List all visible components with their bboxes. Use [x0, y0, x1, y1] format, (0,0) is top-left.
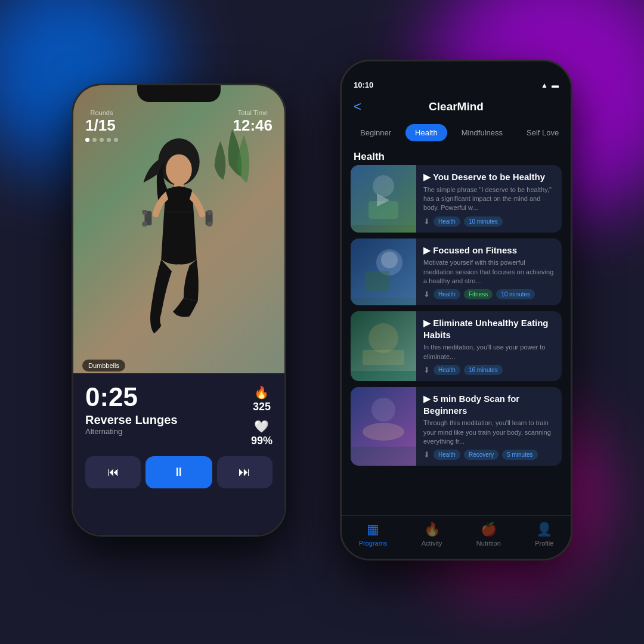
- tab-health[interactable]: Health: [405, 124, 447, 141]
- download-icon-3: ⬇: [423, 366, 430, 374]
- workout-background: Rounds 1/15 Total Time 12:46: [73, 85, 284, 377]
- activity-icon: 🔥: [424, 522, 440, 537]
- phones-container: Rounds 1/15 Total Time 12:46: [54, 48, 590, 596]
- left-phone-screen: Rounds 1/15 Total Time 12:46: [73, 85, 284, 535]
- programs-icon: ▦: [367, 522, 379, 537]
- tab-beginner[interactable]: Beginner: [351, 124, 401, 141]
- dot-3: [100, 138, 104, 142]
- svg-rect-16: [366, 271, 389, 292]
- nav-programs[interactable]: ▦ Programs: [359, 522, 388, 547]
- rounds-value: 1/15: [85, 116, 118, 135]
- card-desc-4: Through this meditation, you'll learn to…: [423, 419, 555, 446]
- card-desc-3: In this meditation, you'll use your powe…: [423, 343, 555, 361]
- tag-time-1: 10 minutes: [464, 216, 503, 227]
- nutrition-label: Nutrition: [476, 540, 501, 547]
- next-button[interactable]: ⏭: [217, 456, 273, 488]
- svg-rect-5: [143, 221, 147, 226]
- svg-rect-8: [208, 221, 212, 226]
- right-phone-screen: 10:10 ▲ ▬ < ClearMind Beginner Health Mi…: [342, 61, 571, 559]
- card-focused-fitness[interactable]: ▶ Focused on Fitness Motivate yourself w…: [351, 239, 562, 306]
- tag-time-4: 5 minutes: [502, 450, 537, 460]
- total-time-value: 12:46: [233, 116, 273, 135]
- calories-value: 325: [253, 401, 271, 413]
- card-title-4: ▶ 5 min Body Scan for Beginners: [423, 393, 555, 416]
- nav-activity[interactable]: 🔥 Activity: [422, 522, 442, 547]
- play-icon-1: ▶: [377, 189, 390, 209]
- phone-left: Rounds 1/15 Total Time 12:46: [72, 83, 286, 537]
- back-button[interactable]: <: [354, 99, 361, 114]
- total-time-label: Total Time: [233, 109, 273, 116]
- phone-right: 10:10 ▲ ▬ < ClearMind Beginner Health Mi…: [340, 60, 572, 561]
- thumb-image-3: [351, 311, 416, 371]
- right-phone-notch: [417, 61, 495, 77]
- rounds-stat: Rounds 1/15: [85, 109, 118, 142]
- heart-rate-stat: 🤍 99%: [251, 419, 273, 447]
- heart-icon: 🤍: [254, 419, 269, 434]
- equipment-badge: Dumbbells: [82, 360, 125, 371]
- profile-label: Profile: [535, 540, 553, 547]
- tag-fitness-2: Fitness: [464, 289, 493, 299]
- nutrition-icon: 🍎: [481, 522, 497, 537]
- card-thumb-2: [351, 239, 416, 306]
- tag-time-3: 16 minutes: [464, 365, 503, 375]
- card-title-1: ▶ You Deserve to be Healthy: [423, 171, 555, 183]
- svg-point-18: [369, 323, 398, 353]
- nav-profile[interactable]: 👤 Profile: [535, 522, 553, 547]
- activity-label: Activity: [422, 540, 442, 547]
- profile-icon: 👤: [536, 522, 552, 537]
- svg-point-21: [371, 398, 395, 422]
- heart-rate-value: 99%: [251, 435, 273, 447]
- programs-label: Programs: [359, 540, 388, 547]
- card-footer-4: ⬇ Health Recovery 5 minutes: [423, 450, 555, 460]
- bottom-navigation: ▦ Programs 🔥 Activity 🍎 Nutrition 👤 Prof…: [342, 515, 571, 559]
- dot-1: [85, 138, 89, 142]
- thumb-image-4: [351, 387, 416, 447]
- status-icons: ▲ ▬: [541, 81, 559, 89]
- card-thumb-1: ▶: [351, 165, 416, 233]
- flame-icon: 🔥: [254, 385, 269, 400]
- svg-rect-7: [208, 209, 212, 214]
- card-content-1: ▶ You Deserve to be Healthy The simple p…: [416, 165, 562, 233]
- card-title-2: ▶ Focused on Fitness: [423, 244, 555, 256]
- dot-5: [114, 138, 118, 142]
- svg-point-22: [363, 423, 404, 441]
- card-desc-1: The simple phrase "I deserve to be healt…: [423, 185, 555, 213]
- tag-recovery-4: Recovery: [464, 450, 499, 460]
- exercise-subtitle: Alternating: [85, 427, 178, 436]
- prev-button[interactable]: ⏮: [85, 456, 141, 488]
- pause-button[interactable]: ⏸: [145, 456, 212, 488]
- exercise-timer: 0:25: [85, 382, 178, 412]
- battery-icon: ▬: [552, 81, 559, 89]
- card-title-3: ▶ Eliminate Unhealthy Eating Habits: [423, 317, 555, 340]
- rounds-label: Rounds: [85, 109, 118, 116]
- card-footer-1: ⬇ Health 10 minutes: [423, 216, 555, 227]
- tag-health-4: Health: [434, 450, 460, 460]
- left-phone-notch: [137, 85, 221, 102]
- progress-dots: [85, 138, 118, 142]
- workout-bottom: 0:25 Reverse Lunges Alternating 🔥 325 🤍 …: [73, 373, 284, 535]
- card-content-4: ▶ 5 min Body Scan for Beginners Through …: [416, 387, 562, 466]
- dot-2: [92, 138, 97, 142]
- tab-self-love[interactable]: Self Love: [517, 124, 568, 141]
- download-icon-2: ⬇: [423, 290, 430, 299]
- card-you-deserve[interactable]: ▶ ▶ You Deserve to be Healthy The simple…: [351, 165, 562, 233]
- nav-nutrition[interactable]: 🍎 Nutrition: [476, 522, 501, 547]
- card-footer-3: ⬇ Health 16 minutes: [423, 365, 555, 375]
- calories-stat: 🔥 325: [253, 385, 271, 413]
- section-title: Health: [342, 146, 571, 165]
- app-title: ClearMind: [429, 100, 484, 113]
- svg-rect-19: [363, 350, 404, 365]
- card-content-2: ▶ Focused on Fitness Motivate yourself w…: [416, 239, 562, 306]
- tab-mindfulness[interactable]: Mindfulness: [452, 124, 512, 141]
- tag-health-2: Health: [434, 289, 460, 299]
- meditation-list: ▶ ▶ You Deserve to be Healthy The simple…: [342, 165, 571, 515]
- workout-controls: ⏮ ⏸ ⏭: [85, 456, 273, 488]
- card-desc-2: Motivate yourself with this powerful med…: [423, 258, 555, 286]
- status-time: 10:10: [354, 80, 373, 89]
- download-icon-1: ⬇: [423, 217, 430, 226]
- card-eating-habits[interactable]: ▶ Eliminate Unhealthy Eating Habits In t…: [351, 311, 562, 381]
- svg-point-15: [381, 252, 398, 268]
- exercise-name: Reverse Lunges: [85, 413, 178, 427]
- card-body-scan[interactable]: ▶ 5 min Body Scan for Beginners Through …: [351, 387, 562, 466]
- total-time-stat: Total Time 12:46: [233, 109, 273, 135]
